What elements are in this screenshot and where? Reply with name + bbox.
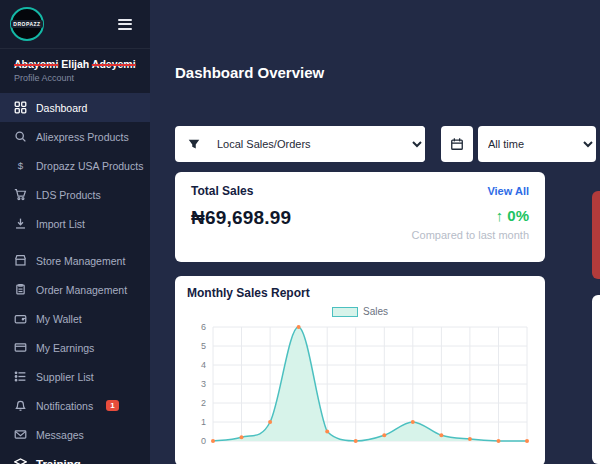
- envelope-icon: [14, 428, 27, 441]
- monthly-sales-chart: 0123456: [187, 321, 533, 451]
- sidebar-nav: Dashboard Aliexpress Products $ Dropazz …: [0, 93, 150, 464]
- notification-badge: 1: [106, 400, 118, 411]
- sidebar-item-label: Store Management: [36, 255, 125, 267]
- dropazz-logo[interactable]: DROPAZZ: [10, 7, 44, 41]
- trend-compare-text: Compared to last month: [412, 229, 529, 241]
- legend-swatch: [332, 307, 358, 317]
- page-title: Dashboard Overview: [175, 64, 600, 81]
- svg-text:1: 1: [201, 417, 206, 427]
- bell-icon: [14, 399, 27, 412]
- wallet-icon: [14, 312, 27, 325]
- sidebar-item-my-earnings[interactable]: My Earnings: [0, 333, 150, 362]
- sidebar-item-label: Notifications: [36, 400, 93, 412]
- dollar-icon: $: [14, 159, 27, 172]
- adjacent-card-sliver-red: [592, 191, 600, 279]
- chart-legend[interactable]: Sales: [187, 306, 533, 317]
- svg-text:4: 4: [201, 360, 206, 370]
- sidebar-item-order-management[interactable]: Order Management: [0, 275, 150, 304]
- clipboard-icon: [14, 283, 27, 296]
- profile-account-label: Profile Account: [14, 73, 136, 83]
- funnel-icon: [175, 137, 213, 151]
- time-range-select[interactable]: All time: [478, 126, 596, 162]
- svg-text:$: $: [18, 160, 24, 171]
- calendar-icon[interactable]: [441, 126, 473, 162]
- sidebar-item-label: Training: [36, 458, 81, 464]
- sidebar-item-training[interactable]: Training: [0, 449, 150, 464]
- sidebar-item-import-list[interactable]: Import List: [0, 209, 150, 238]
- sidebar-item-label: Aliexpress Products: [36, 131, 129, 143]
- sidebar-item-label: Import List: [36, 218, 85, 230]
- user-middle-name: Elijah: [61, 58, 89, 70]
- svg-text:5: 5: [201, 341, 206, 351]
- main-content: Dashboard Overview Local Sales/Orders Al…: [150, 0, 600, 464]
- total-sales-card: Total Sales View All ₦69,698.99 ↑ 0% Com…: [175, 172, 545, 262]
- sidebar-item-dashboard[interactable]: Dashboard: [0, 93, 150, 122]
- store-icon: [14, 254, 27, 267]
- total-sales-body: ₦69,698.99 ↑ 0% Compared to last month: [191, 207, 529, 241]
- sidebar-top: DROPAZZ: [0, 0, 150, 49]
- view-all-link[interactable]: View All: [487, 185, 529, 197]
- sidebar-item-label: Messages: [36, 429, 84, 441]
- svg-text:3: 3: [201, 379, 206, 389]
- sidebar-item-label: Dashboard: [36, 102, 87, 114]
- list-icon: [14, 370, 27, 383]
- user-last-name: Adeyemi: [92, 58, 136, 70]
- cart-icon: [14, 188, 27, 201]
- sidebar-item-supplier-list[interactable]: Supplier List: [0, 362, 150, 391]
- sidebar-item-label: My Wallet: [36, 313, 82, 325]
- svg-text:0: 0: [201, 436, 206, 446]
- menu-toggle-icon[interactable]: [116, 17, 134, 32]
- chart-wrap: 0123456: [187, 321, 533, 455]
- download-icon: [14, 217, 27, 230]
- total-sales-amount: ₦69,698.99: [191, 207, 291, 229]
- sidebar-item-messages[interactable]: Messages: [0, 420, 150, 449]
- search-icon: [14, 130, 27, 143]
- monthly-sales-title: Monthly Sales Report: [187, 286, 533, 300]
- trend-percent: ↑ 0%: [496, 207, 529, 224]
- sales-type-filter: Local Sales/Orders: [175, 126, 425, 162]
- sidebar-item-store-management[interactable]: Store Management: [0, 246, 150, 275]
- legend-label: Sales: [363, 306, 388, 317]
- sidebar-item-label: LDS Products: [36, 189, 101, 201]
- adjacent-card-sliver-white: [592, 295, 600, 464]
- sidebar-item-label: Order Management: [36, 284, 127, 296]
- sidebar-item-label: My Earnings: [36, 342, 94, 354]
- sidebar-item-aliexpress-products[interactable]: Aliexpress Products: [0, 122, 150, 151]
- svg-text:2: 2: [201, 398, 206, 408]
- app-window: DROPAZZ Abayomi Elijah Adeyemi Profile A…: [0, 0, 600, 464]
- svg-text:6: 6: [201, 322, 206, 332]
- user-name: Abayomi Elijah Adeyemi: [14, 58, 136, 70]
- monthly-sales-card: Monthly Sales Report Sales 0123456: [175, 276, 545, 464]
- sidebar-item-my-wallet[interactable]: My Wallet: [0, 304, 150, 333]
- total-sales-card-header: Total Sales View All: [191, 184, 529, 198]
- sidebar-item-label: Supplier List: [36, 371, 94, 383]
- profile-account[interactable]: Abayomi Elijah Adeyemi Profile Account: [0, 49, 150, 88]
- sidebar-item-label: Dropazz USA Products: [36, 160, 143, 172]
- sales-type-select[interactable]: Local Sales/Orders: [213, 126, 425, 162]
- sidebar-item-notifications[interactable]: Notifications 1: [0, 391, 150, 420]
- grid-icon: [14, 101, 27, 114]
- logo-text: DROPAZZ: [11, 20, 42, 28]
- total-sales-trend: ↑ 0% Compared to last month: [412, 207, 529, 241]
- total-sales-title: Total Sales: [191, 184, 253, 198]
- card-icon: [14, 341, 27, 354]
- sidebar-item-dropazz-usa-products[interactable]: $ Dropazz USA Products: [0, 151, 150, 180]
- trend-percent-value: 0%: [507, 207, 529, 224]
- sidebar-item-lds-products[interactable]: LDS Products: [0, 180, 150, 209]
- filters-row: Local Sales/Orders All time: [175, 126, 600, 162]
- user-first-name: Abayomi: [14, 58, 58, 70]
- time-range-filter: All time: [441, 126, 596, 162]
- trend-up-arrow-icon: ↑: [496, 207, 504, 224]
- graduation-cap-icon: [14, 457, 27, 464]
- sidebar: DROPAZZ Abayomi Elijah Adeyemi Profile A…: [0, 0, 150, 464]
